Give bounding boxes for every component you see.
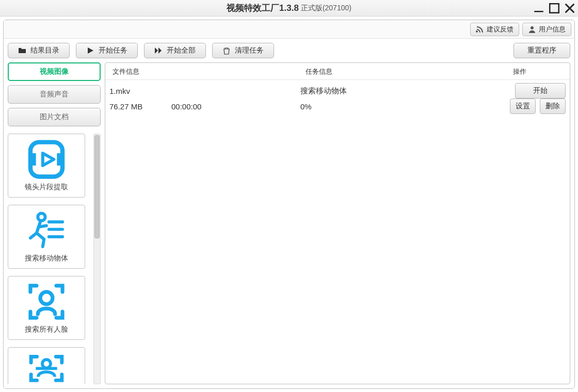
user-icon [528,25,536,34]
task-size: 76.27 MB [109,102,171,111]
minimize-button[interactable] [534,3,544,13]
task-panel: 文件信息 任务信息 操作 1.mkv 搜索移动物体 开始 76.27 MB 00 [105,62,570,384]
start-all-button[interactable]: 开始全部 [144,43,206,58]
face-id-icon [24,351,69,383]
tool-shot-extract[interactable]: 镜头片段提取 [8,134,85,198]
column-headers: 文件信息 任务信息 操作 [105,63,570,79]
svg-point-11 [42,360,51,368]
clear-label: 清理任务 [235,46,264,55]
col-file: 文件信息 [110,67,301,76]
rss-icon [476,25,484,34]
col-action: 操作 [513,67,565,76]
start-all-label: 开始全部 [167,46,196,55]
task-progress: 0% [300,102,504,111]
main-area: 视频图像 音频声音 图片文档 镜头片段提取 [4,62,574,388]
app-frame: 建议反馈 用户信息 结果目录 开始任务 开始全部 清理任务 重置程序 [3,20,575,389]
user-label: 用户信息 [539,25,566,34]
results-dir-button[interactable]: 结果目录 [8,43,70,58]
task-delete-label: 删除 [545,102,560,111]
task-type: 搜索移动物体 [300,86,504,96]
reset-label: 重置程序 [527,46,556,55]
tool-search-motion-label: 搜索移动物体 [25,254,68,263]
film-clip-icon [24,137,69,182]
category-video-label: 视频图像 [40,67,69,76]
category-audio[interactable]: 音频声音 [8,85,101,104]
clear-tasks-button[interactable]: 清理任务 [212,43,274,58]
start-task-label: 开始任务 [99,46,127,55]
results-label: 结果目录 [30,46,59,55]
tool-search-motion[interactable]: 搜索移动物体 [8,205,85,269]
close-button[interactable] [565,3,575,13]
feedback-label: 建议反馈 [487,25,513,34]
reset-button[interactable]: 重置程序 [513,43,570,58]
task-filename: 1.mkv [109,87,300,95]
task-row: 1.mkv 搜索移动物体 开始 76.27 MB 00:00:00 0% 设置 [105,79,570,118]
scrollbar-thumb[interactable] [94,135,100,238]
folder-icon [18,46,26,55]
sidebar: 视频图像 音频声音 图片文档 镜头片段提取 [8,62,101,384]
app-title: 视频特效工厂1.3.8 [227,2,299,14]
tool-search-faces-label: 搜索所有人脸 [25,325,68,334]
svg-point-6 [38,214,45,221]
svg-point-10 [40,292,53,304]
col-task: 任务信息 [306,67,509,76]
svg-point-2 [531,26,534,29]
category-image[interactable]: 图片文档 [8,108,101,126]
maximize-button[interactable] [549,3,559,13]
task-time: 00:00:00 [171,102,300,111]
category-image-label: 图片文档 [40,112,69,122]
toolbar: 结果目录 开始任务 开始全部 清理任务 重置程序 [4,39,574,62]
category-audio-label: 音频声音 [40,90,69,99]
sidebar-scrollbar[interactable] [93,134,101,384]
window-controls [534,0,575,17]
play-icon [86,46,94,55]
tool-search-faces[interactable]: 搜索所有人脸 [8,276,85,340]
svg-rect-1 [550,4,559,13]
titlebar: 视频特效工厂1.3.8 正式版(207100) [0,0,578,17]
feedback-button[interactable]: 建议反馈 [470,23,519,36]
topbar: 建议反馈 用户信息 [4,20,574,39]
tool-shot-extract-label: 镜头片段提取 [25,183,68,192]
category-video[interactable]: 视频图像 [8,62,101,81]
svg-rect-0 [534,11,543,12]
start-task-button[interactable]: 开始任务 [76,43,138,58]
tool-search-face-id[interactable]: 搜索指定人脸 [8,347,85,384]
user-button[interactable]: 用户信息 [522,23,571,36]
tool-list: 镜头片段提取 搜索移动物体 [8,134,91,384]
task-settings-button[interactable]: 设置 [510,99,536,114]
fast-forward-icon [154,46,163,55]
tool-scroll: 镜头片段提取 搜索移动物体 [8,134,101,384]
task-start-label: 开始 [533,86,548,95]
svg-rect-5 [57,153,62,166]
app-subtitle: 正式版(207100) [301,4,351,13]
tool-search-face-id-label: 搜索指定人脸 [25,384,68,384]
svg-rect-4 [30,153,36,166]
task-start-button[interactable]: 开始 [515,83,566,99]
face-scan-icon [24,280,69,324]
task-settings-label: 设置 [516,102,530,111]
running-icon [24,208,69,253]
task-delete-button[interactable]: 删除 [540,99,566,114]
trash-icon [222,46,231,55]
